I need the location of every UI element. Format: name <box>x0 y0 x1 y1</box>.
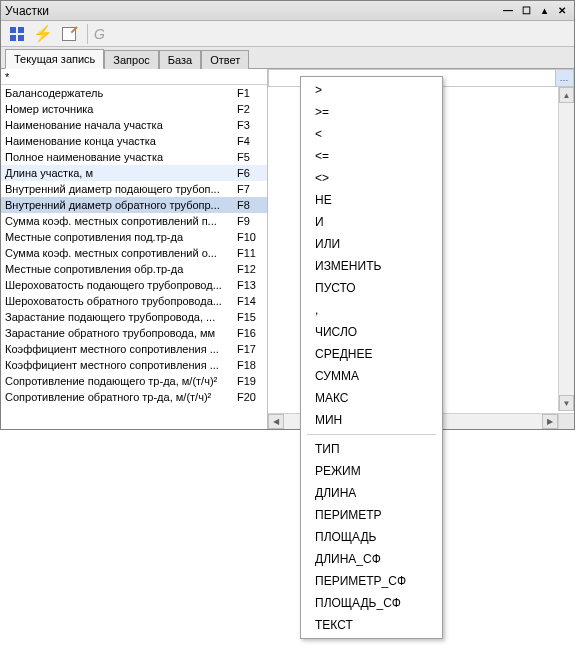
minimize-button[interactable]: — <box>500 4 516 18</box>
menu-item[interactable]: СРЕДНЕЕ <box>301 343 442 365</box>
field-row[interactable]: Коэффициент местного сопротивления ...F1… <box>1 357 267 373</box>
field-id: F18 <box>237 357 267 373</box>
scroll-up-button[interactable]: ▲ <box>559 87 574 103</box>
content-area: * БалансодержательF1Номер источникаF2Наи… <box>1 69 574 429</box>
field-name: Коэффициент местного сопротивления ... <box>1 341 237 357</box>
field-row[interactable]: Сопротивление подающего тр-да, м/(т/ч)²F… <box>1 373 267 389</box>
field-id: F15 <box>237 309 267 325</box>
field-row[interactable]: Наименование начала участкаF3 <box>1 117 267 133</box>
menu-item[interactable]: <> <box>301 167 442 189</box>
field-row[interactable]: Наименование конца участкаF4 <box>1 133 267 149</box>
field-row[interactable]: Сопротивление обратного тр-да, м/(т/ч)²F… <box>1 389 267 405</box>
field-row[interactable]: Коэффициент местного сопротивления ...F1… <box>1 341 267 357</box>
field-name: Коэффициент местного сопротивления ... <box>1 357 237 373</box>
field-row[interactable]: БалансодержательF1 <box>1 85 267 101</box>
scrollbar-corner <box>558 413 574 429</box>
field-row[interactable]: Сумма коэф. местных сопротивлений о...F1… <box>1 245 267 261</box>
scroll-down-button[interactable]: ▼ <box>559 395 574 411</box>
scroll-right-button[interactable]: ▶ <box>542 414 558 429</box>
menu-item[interactable]: ТЕКСТ <box>301 614 442 636</box>
field-name: Сумма коэф. местных сопротивлений о... <box>1 245 237 261</box>
menu-item[interactable]: СУММА <box>301 365 442 387</box>
fields-list: * БалансодержательF1Номер источникаF2Наи… <box>1 69 268 429</box>
menu-item[interactable]: ПЛОЩАДЬ_СФ <box>301 592 442 614</box>
lightning-icon: ⚡ <box>33 24 53 43</box>
edit-icon <box>62 27 76 41</box>
tab-base[interactable]: База <box>159 50 201 69</box>
grid-icon <box>10 27 24 41</box>
field-row[interactable]: Сумма коэф. местных сопротивлений п...F9 <box>1 213 267 229</box>
field-id: F13 <box>237 277 267 293</box>
grid-view-button[interactable] <box>5 23 29 45</box>
menu-item[interactable]: ИЛИ <box>301 233 442 255</box>
tab-current-record[interactable]: Текущая запись <box>5 49 104 69</box>
restore-button[interactable]: ▴ <box>536 4 552 18</box>
field-name: Внутренний диаметр обратного трубопр... <box>1 197 237 213</box>
menu-item[interactable]: ЧИСЛО <box>301 321 442 343</box>
field-id: F4 <box>237 133 267 149</box>
field-name: Местные сопротивления под.тр-да <box>1 229 237 245</box>
field-row[interactable]: Номер источникаF2 <box>1 101 267 117</box>
field-name: Местные сопротивления обр.тр-да <box>1 261 237 277</box>
window: Участки — ☐ ▴ ✕ ⚡ G Текущая запись Запро… <box>0 0 575 430</box>
menu-item[interactable]: ПЛОЩАДЬ <box>301 526 442 548</box>
operator-context-menu: >>=<<=<>НЕИИЛИИЗМЕНИТЬПУСТО,ЧИСЛОСРЕДНЕЕ… <box>300 76 443 639</box>
field-id: F19 <box>237 373 267 389</box>
menu-item[interactable]: РЕЖИМ <box>301 460 442 482</box>
field-name: Балансодержатель <box>1 85 237 101</box>
vertical-scrollbar[interactable]: ▲ ▼ <box>558 87 574 411</box>
field-row[interactable]: Длина участка, мF6 <box>1 165 267 181</box>
field-id: F14 <box>237 293 267 309</box>
field-name: Сопротивление обратного тр-да, м/(т/ч)² <box>1 389 237 405</box>
field-row[interactable]: Шероховатость подающего трубопровод...F1… <box>1 277 267 293</box>
menu-item[interactable]: ПЕРИМЕТР_СФ <box>301 570 442 592</box>
field-name: Сумма коэф. местных сопротивлений п... <box>1 213 237 229</box>
menu-item[interactable]: ИЗМЕНИТЬ <box>301 255 442 277</box>
field-row[interactable]: Зарастание обратного трубопровода, ммF16 <box>1 325 267 341</box>
field-name: Сопротивление подающего тр-да, м/(т/ч)² <box>1 373 237 389</box>
scroll-left-button[interactable]: ◀ <box>268 414 284 429</box>
edit-button[interactable] <box>57 23 81 45</box>
menu-item[interactable]: НЕ <box>301 189 442 211</box>
menu-item[interactable]: МАКС <box>301 387 442 409</box>
field-row[interactable]: Шероховатость обратного трубопровода...F… <box>1 293 267 309</box>
field-row[interactable]: Внутренний диаметр подающего трубоп...F7 <box>1 181 267 197</box>
menu-item[interactable]: <= <box>301 145 442 167</box>
menu-item[interactable]: , <box>301 299 442 321</box>
menu-item[interactable]: ТИП <box>301 438 442 460</box>
menu-item[interactable]: ДЛИНА <box>301 482 442 504</box>
menu-item[interactable]: > <box>301 79 442 101</box>
field-name: Номер источника <box>1 101 237 117</box>
field-row[interactable]: Полное наименование участкаF5 <box>1 149 267 165</box>
ellipsis-button[interactable]: … <box>555 70 573 86</box>
field-name: Внутренний диаметр подающего трубоп... <box>1 181 237 197</box>
menu-item[interactable]: < <box>301 123 442 145</box>
field-name: Зарастание обратного трубопровода, мм <box>1 325 237 341</box>
close-button[interactable]: ✕ <box>554 4 570 18</box>
menu-item[interactable]: ДЛИНА_СФ <box>301 548 442 570</box>
field-id: F7 <box>237 181 267 197</box>
field-name: Полное наименование участка <box>1 149 237 165</box>
menu-item[interactable]: И <box>301 211 442 233</box>
field-row[interactable]: Местные сопротивления обр.тр-даF12 <box>1 261 267 277</box>
titlebar: Участки — ☐ ▴ ✕ <box>1 1 574 21</box>
field-row[interactable]: Внутренний диаметр обратного трубопр...F… <box>1 197 267 213</box>
menu-item[interactable]: ПЕРИМЕТР <box>301 504 442 526</box>
run-button[interactable]: ⚡ <box>31 23 55 45</box>
field-row[interactable]: Зарастание подающего трубопровода, ...F1… <box>1 309 267 325</box>
window-title: Участки <box>5 4 49 18</box>
field-id: F17 <box>237 341 267 357</box>
tab-answer[interactable]: Ответ <box>201 50 249 69</box>
field-name: Шероховатость обратного трубопровода... <box>1 293 237 309</box>
maximize-button[interactable]: ☐ <box>518 4 534 18</box>
field-row[interactable]: Местные сопротивления под.тр-даF10 <box>1 229 267 245</box>
toolbar: ⚡ G <box>1 21 574 47</box>
menu-separator <box>307 434 436 435</box>
menu-item[interactable]: ПУСТО <box>301 277 442 299</box>
menu-item[interactable]: МИН <box>301 409 442 431</box>
menu-item[interactable]: >= <box>301 101 442 123</box>
field-name: Наименование конца участка <box>1 133 237 149</box>
tab-query[interactable]: Запрос <box>104 50 158 69</box>
field-id: F12 <box>237 261 267 277</box>
field-id: F20 <box>237 389 267 405</box>
